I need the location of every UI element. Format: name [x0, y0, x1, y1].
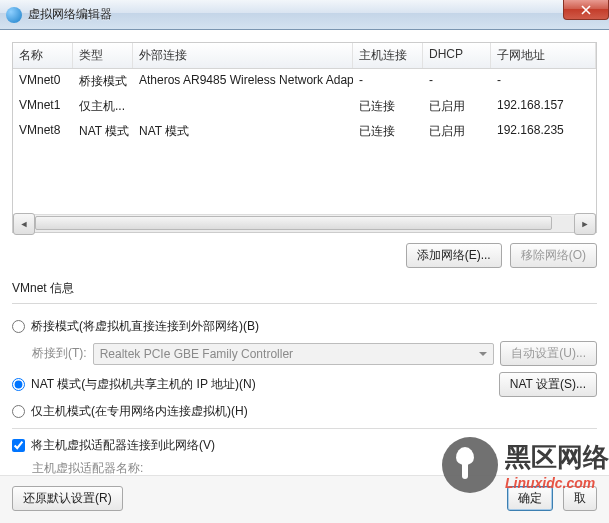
- vmnet-info-label: VMnet 信息: [12, 280, 597, 297]
- cell-type: 桥接模式: [73, 71, 133, 92]
- scroll-track[interactable]: [35, 216, 574, 232]
- bridge-radio-label: 桥接模式(将虚拟机直接连接到外部网络)(B): [31, 318, 259, 335]
- nat-radio-label: NAT 模式(与虚拟机共享主机的 IP 地址)(N): [31, 376, 256, 393]
- cell-host: -: [353, 71, 423, 92]
- cell-type: 仅主机...: [73, 96, 133, 117]
- th-name[interactable]: 名称: [13, 43, 73, 68]
- close-button[interactable]: [563, 0, 609, 20]
- horizontal-scrollbar[interactable]: ◄ ►: [13, 214, 596, 232]
- th-host[interactable]: 主机连接: [353, 43, 423, 68]
- table-row[interactable]: VMnet0 桥接模式 Atheros AR9485 Wireless Netw…: [13, 69, 596, 94]
- app-icon: [6, 7, 22, 23]
- bridge-radio[interactable]: [12, 320, 25, 333]
- bridge-to-label: 桥接到(T):: [32, 345, 87, 362]
- hostonly-radio-label: 仅主机模式(在专用网络内连接虚拟机)(H): [31, 403, 248, 420]
- scroll-left-button[interactable]: ◄: [13, 213, 35, 235]
- cell-subnet: -: [491, 71, 596, 92]
- table-row[interactable]: VMnet1 仅主机... 已连接 已启用 192.168.157: [13, 94, 596, 119]
- table-body: VMnet0 桥接模式 Atheros AR9485 Wireless Netw…: [13, 69, 596, 214]
- scroll-right-button[interactable]: ►: [574, 213, 596, 235]
- auto-settings-button[interactable]: 自动设置(U)...: [500, 341, 597, 366]
- cell-type: NAT 模式: [73, 121, 133, 142]
- scroll-thumb[interactable]: [35, 216, 552, 230]
- cell-host: 已连接: [353, 96, 423, 117]
- cell-external: [133, 96, 353, 117]
- add-network-button[interactable]: 添加网络(E)...: [406, 243, 502, 268]
- dialog-footer: 还原默认设置(R) 确定 取: [0, 475, 609, 523]
- cell-external: NAT 模式: [133, 121, 353, 142]
- table-row[interactable]: VMnet8 NAT 模式 NAT 模式 已连接 已启用 192.168.235: [13, 119, 596, 144]
- titlebar: 虚拟网络编辑器: [0, 0, 609, 30]
- cell-host: 已连接: [353, 121, 423, 142]
- network-table: 名称 类型 外部连接 主机连接 DHCP 子网地址 VMnet0 桥接模式 At…: [12, 42, 597, 233]
- connect-host-checkbox[interactable]: [12, 439, 25, 452]
- th-external[interactable]: 外部连接: [133, 43, 353, 68]
- connect-host-label: 将主机虚拟适配器连接到此网络(V): [31, 437, 215, 454]
- cell-subnet: 192.168.235: [491, 121, 596, 142]
- cell-name: VMnet8: [13, 121, 73, 142]
- cell-dhcp: -: [423, 71, 491, 92]
- bridge-adapter-select[interactable]: Realtek PCIe GBE Family Controller: [93, 343, 495, 365]
- nat-radio[interactable]: [12, 378, 25, 391]
- nat-settings-button[interactable]: NAT 设置(S)...: [499, 372, 597, 397]
- th-type[interactable]: 类型: [73, 43, 133, 68]
- table-header: 名称 类型 外部连接 主机连接 DHCP 子网地址: [13, 43, 596, 69]
- bridge-adapter-value: Realtek PCIe GBE Family Controller: [100, 347, 293, 361]
- th-subnet[interactable]: 子网地址: [491, 43, 596, 68]
- ok-button[interactable]: 确定: [507, 486, 553, 511]
- window-title: 虚拟网络编辑器: [28, 6, 112, 23]
- cell-external: Atheros AR9485 Wireless Network Adapter: [133, 71, 353, 92]
- cell-name: VMnet1: [13, 96, 73, 117]
- remove-network-button[interactable]: 移除网络(O): [510, 243, 597, 268]
- restore-defaults-button[interactable]: 还原默认设置(R): [12, 486, 123, 511]
- cancel-button[interactable]: 取: [563, 486, 597, 511]
- close-icon: [581, 5, 591, 15]
- cell-subnet: 192.168.157: [491, 96, 596, 117]
- cell-dhcp: 已启用: [423, 96, 491, 117]
- cell-dhcp: 已启用: [423, 121, 491, 142]
- hostonly-radio[interactable]: [12, 405, 25, 418]
- th-dhcp[interactable]: DHCP: [423, 43, 491, 68]
- cell-name: VMnet0: [13, 71, 73, 92]
